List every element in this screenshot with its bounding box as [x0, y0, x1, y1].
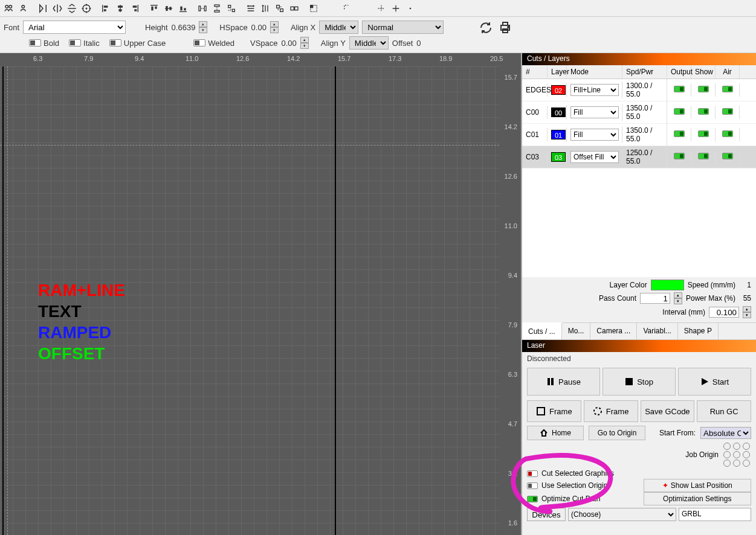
font-label: Font	[4, 23, 19, 32]
align-center-icon[interactable]	[80, 2, 93, 15]
svg-point-39	[508, 27, 509, 28]
col-spd: Spd/Pwr	[622, 65, 667, 78]
device-select[interactable]: (Choose)	[568, 508, 676, 521]
pass-spinner[interactable]: ▴▾	[674, 292, 682, 304]
hspace-label: HSpace	[219, 23, 247, 32]
ungroup-icon[interactable]	[17, 2, 30, 15]
home-button[interactable]: Home	[527, 426, 584, 440]
col-mode: Mode	[567, 65, 622, 78]
print-icon[interactable]	[498, 21, 512, 35]
align-right-icon[interactable]	[128, 2, 141, 15]
mirror-h-icon[interactable]	[51, 2, 64, 15]
interval-input[interactable]	[709, 307, 739, 318]
pause-button[interactable]: Pause	[527, 368, 600, 396]
optimize-toggle[interactable]	[527, 496, 538, 502]
col-num: #	[522, 65, 548, 78]
panel-tabs: Cuts / ...Mo...Camera ...Variabl...Shape…	[522, 322, 756, 340]
vspace-spinner[interactable]: ▴▾	[300, 37, 309, 49]
svg-rect-40	[548, 378, 550, 385]
upper-toggle[interactable]: Upper Case	[109, 39, 166, 48]
save-gcode-button[interactable]: Save GCode	[641, 400, 695, 422]
vspace-label: VSpace	[250, 39, 278, 48]
cut-selected-toggle[interactable]	[527, 470, 538, 477]
top-toolbar	[0, 0, 756, 17]
svg-rect-14	[150, 5, 158, 5]
offset-value: 0	[416, 39, 421, 48]
svg-rect-6	[104, 5, 108, 7]
panel-tab[interactable]: Cuts / ...	[522, 322, 562, 339]
canvas-text[interactable]: RAMPED	[38, 323, 111, 342]
laser-panel: Laser Disconnected Pause Stop Start Fram…	[522, 340, 756, 535]
align-vcenter-icon[interactable]	[162, 2, 175, 15]
svg-rect-43	[537, 408, 544, 415]
align-hcenter-icon[interactable]	[114, 2, 127, 15]
laser-status: Disconnected	[522, 352, 756, 365]
height-spinner[interactable]: ▴▾	[199, 21, 207, 33]
same-height-icon[interactable]	[259, 2, 272, 15]
right-panel: Cuts / Layers # Layer Mode Spd/Pwr Outpu…	[521, 53, 756, 535]
sel-cross-icon[interactable]	[375, 2, 388, 15]
layer-row[interactable]: EDGES02Fill+Line1300.0 / 55.0	[522, 79, 756, 101]
sel-corner-icon[interactable]	[341, 2, 354, 15]
panel-tab[interactable]: Camera ...	[590, 323, 637, 339]
svg-rect-22	[184, 8, 186, 10]
group-icon[interactable]	[2, 2, 16, 15]
layer-color-swatch[interactable]	[651, 280, 684, 290]
align-top-icon[interactable]	[147, 2, 161, 15]
svg-point-4	[86, 8, 87, 9]
aligny-select[interactable]: Middle	[349, 36, 389, 50]
vspace-value: 0.00	[282, 39, 297, 48]
panel-tab[interactable]: Mo...	[562, 323, 591, 339]
show-last-button[interactable]: ✦Show Last Position	[644, 479, 752, 492]
canvas-area: 6.37.99.411.012.614.215.717.318.920.5 15…	[0, 53, 521, 535]
devices-button[interactable]: Devices	[527, 508, 566, 521]
svg-rect-7	[104, 9, 106, 11]
pass-count-input[interactable]	[640, 293, 670, 304]
use-sel-origin-toggle[interactable]	[527, 482, 538, 489]
opt-settings-button[interactable]: Optimization Settings	[644, 492, 752, 505]
alignx-select[interactable]: Middle	[319, 21, 358, 34]
layer-props: Layer Color Speed (mm/m) 1 Pass Count ▴▾…	[522, 277, 756, 322]
sel-dot-icon[interactable]	[404, 2, 417, 15]
layer-row[interactable]: C0303Offset Fill1250.0 / 55.0	[522, 146, 756, 168]
interval-spinner[interactable]: ▴▾	[743, 306, 751, 318]
run-gcode-button[interactable]: Run GC	[697, 400, 751, 422]
canvas[interactable]: RAM+LINETEXTRAMPEDOFFSET	[0, 66, 499, 535]
stop-button[interactable]: Stop	[603, 368, 676, 396]
sel-plus-icon[interactable]	[389, 2, 402, 15]
svg-rect-16	[155, 6, 157, 8]
dist-h-icon[interactable]	[196, 2, 209, 15]
frame-circle-button[interactable]: Frame	[584, 400, 638, 422]
welded-toggle[interactable]: Welded	[193, 39, 234, 48]
canvas-text[interactable]: RAM+LINE	[38, 281, 125, 300]
panel-tab[interactable]: Shape P	[678, 323, 719, 339]
same-width-icon[interactable]	[244, 2, 257, 15]
align-left-icon[interactable]	[99, 2, 112, 15]
go-origin-button[interactable]: Go to Origin	[589, 426, 645, 440]
refresh-icon[interactable]	[479, 21, 493, 35]
mirror-v-icon[interactable]	[65, 2, 79, 15]
italic-toggle[interactable]: Italic	[69, 39, 100, 48]
svg-rect-23	[199, 6, 201, 11]
font-select[interactable]: Arial	[23, 21, 126, 34]
same-size-icon[interactable]	[273, 2, 286, 15]
start-button[interactable]: Start	[678, 368, 751, 396]
same-size2-icon[interactable]	[288, 2, 301, 15]
layer-row[interactable]: C0101Fill1350.0 / 55.0	[522, 124, 756, 146]
start-from-select[interactable]: Absolute Co	[700, 427, 751, 439]
normal-select[interactable]: Normal	[362, 21, 444, 34]
move-tl-icon[interactable]	[307, 2, 320, 15]
dist-both-icon[interactable]	[225, 2, 238, 15]
dist-v-icon[interactable]	[210, 2, 224, 15]
panel-tab[interactable]: Variabl...	[637, 323, 677, 339]
canvas-text[interactable]: TEXT	[38, 302, 82, 321]
flip-v-icon[interactable]	[36, 2, 50, 15]
canvas-text[interactable]: OFFSET	[38, 344, 105, 364]
layer-row[interactable]: C0000Fill1350.0 / 55.0	[522, 101, 756, 124]
hspace-spinner[interactable]: ▴▾	[270, 21, 279, 33]
job-origin-grid[interactable]	[723, 443, 751, 467]
bold-toggle[interactable]: Bold	[29, 39, 59, 48]
ruler-vertical: 15.714.212.611.09.47.96.34.73.11.6	[499, 66, 521, 535]
frame-rect-button[interactable]: Frame	[527, 400, 581, 422]
align-bottom-icon[interactable]	[176, 2, 190, 15]
